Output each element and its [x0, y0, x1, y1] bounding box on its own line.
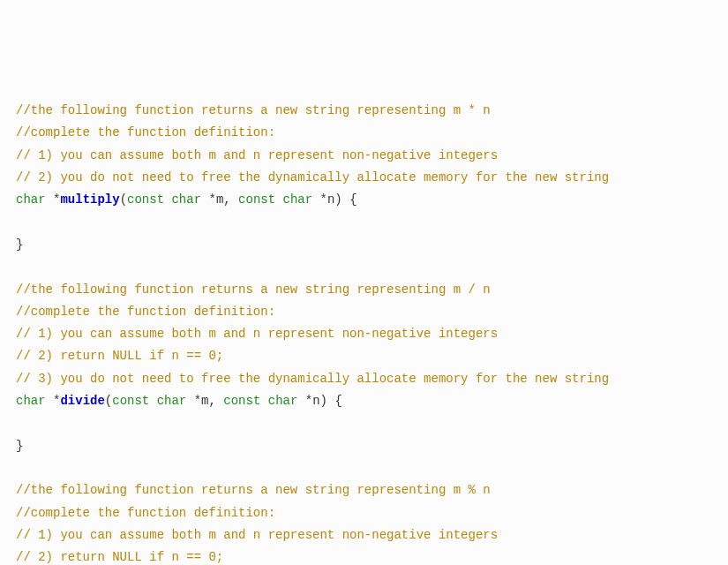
keyword-const: const [112, 394, 149, 408]
paren-close: ) [320, 394, 327, 408]
keyword-const: const [238, 192, 275, 207]
keyword-const: const [127, 192, 164, 207]
paren-close: ) [334, 192, 341, 207]
brace-close: } [16, 237, 23, 252]
comment-line: //the following function returns a new s… [16, 483, 491, 497]
param-type: char [268, 394, 298, 408]
comment-line: // 2) you do not need to free the dynami… [16, 170, 609, 185]
param-type: char [283, 192, 313, 207]
comment-line: // 2) return NULL if n == 0; [16, 349, 223, 363]
comment-line: //the following function returns a new s… [16, 282, 491, 297]
comment-line: // 3) you do not need to free the dynami… [16, 372, 609, 386]
brace-open: { [349, 192, 356, 207]
function-name: multiply [60, 192, 119, 207]
param-type: char [157, 394, 187, 408]
function-name: divide [60, 394, 104, 408]
code-block: //the following function returns a new s… [16, 100, 712, 565]
comment-line: // 1) you can assume both m and n repres… [16, 148, 498, 162]
comment-line: //the following function returns a new s… [16, 103, 491, 117]
pointer-star: * [208, 192, 215, 207]
comma: , [209, 394, 216, 408]
pointer-star: * [194, 394, 201, 408]
comment-line: // 1) you can assume both m and n repres… [16, 528, 498, 542]
comment-line: // 2) return NULL if n == 0; [16, 550, 223, 564]
comment-line: // 1) you can assume both m and n repres… [16, 327, 498, 341]
comment-line: //complete the function definition: [16, 125, 275, 139]
paren-open: ( [105, 394, 112, 408]
param-name: m [201, 394, 208, 408]
brace-close: } [16, 439, 23, 453]
param-type: char [171, 192, 201, 207]
comment-line: //complete the function definition: [16, 305, 275, 319]
comma: , [223, 192, 230, 207]
return-type: char [16, 192, 46, 207]
pointer-star: * [320, 192, 327, 207]
pointer-star: * [305, 394, 312, 408]
param-name: n [312, 394, 319, 408]
keyword-const: const [223, 394, 260, 408]
return-type: char [16, 394, 46, 408]
brace-open: { [334, 394, 341, 408]
paren-open: ( [120, 192, 127, 207]
comment-line: //complete the function definition: [16, 506, 275, 520]
